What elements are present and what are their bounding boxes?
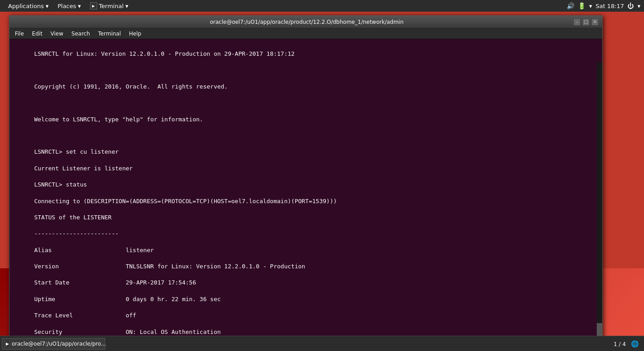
edit-menu[interactable]: Edit	[28, 30, 46, 38]
applications-menu[interactable]: Applications ▾	[4, 0, 53, 12]
terminal-label: Terminal	[99, 3, 124, 9]
terminal-menu-item[interactable]: Terminal	[94, 30, 125, 38]
output-line-10: Connecting to (DESCRIPTION=(ADDRESS=(PRO…	[34, 198, 337, 204]
menu-bar: File Edit View Search Terminal Help	[9, 28, 602, 39]
speaker-icon: 🔊	[567, 2, 574, 9]
network-icon: 🌐	[631, 340, 639, 347]
taskbar: ▶ oracle@oel7:/uO1/app/oracle/pro... 1 /…	[0, 336, 644, 351]
terminal-small-icon: ▶	[6, 342, 9, 346]
output-line-3: Copyright (c) 1991, 2016, Oracle. All ri…	[34, 83, 228, 90]
output-line-11: STATUS of the LISTENER	[34, 214, 112, 221]
close-button[interactable]: ✕	[591, 18, 599, 26]
taskbar-item-label: oracle@oel7:/uO1/app/oracle/pro...	[12, 341, 106, 347]
output-line-8: Current Listener is listener	[34, 165, 133, 172]
output-line-13: Alias listener	[34, 247, 154, 253]
output-line-12: ------------------------	[34, 230, 119, 237]
output-line-14: Version TNLSLSNR for Linux: Version 12.2…	[34, 263, 305, 270]
terminal-output[interactable]: LSNRCTL for Linux: Version 12.2.0.1.0 - …	[9, 39, 597, 351]
terminal-arrow: ▾	[125, 3, 129, 9]
output-line-16: Uptime 0 days 0 hr. 22 min. 36 sec	[34, 296, 221, 302]
places-label: Places	[58, 3, 76, 9]
system-bar: Applications ▾ Places ▾ ▶ Terminal ▾ 🔊 🔋…	[0, 0, 644, 12]
taskbar-page-indicator: 1 / 4 🌐	[610, 339, 642, 348]
applications-label: Applications	[8, 3, 44, 9]
battery-icon: 🔋	[578, 2, 586, 9]
help-menu[interactable]: Help	[125, 30, 145, 38]
datetime-display: Sat 18:17	[596, 3, 624, 9]
file-menu[interactable]: File	[11, 30, 27, 38]
system-bar-right: 🔊 🔋 ▾ Sat 18:17 ⏻ ▾	[567, 2, 640, 9]
terminal-icon: ▶	[90, 2, 97, 9]
applications-arrow: ▾	[45, 3, 49, 9]
title-bar: oracle@oel7:/uO1/app/oracle/product/12.2…	[9, 16, 602, 28]
chevron-down-icon: ▾	[589, 3, 592, 9]
terminal-window: oracle@oel7:/uO1/app/oracle/product/12.2…	[9, 15, 603, 351]
system-bar-left: Applications ▾ Places ▾ ▶ Terminal ▾	[4, 0, 133, 12]
view-menu[interactable]: View	[47, 30, 67, 38]
output-line-1: LSNRCTL for Linux: Version 12.2.0.1.0 - …	[34, 50, 295, 57]
power-arrow: ▾	[637, 3, 640, 9]
minimize-button[interactable]: –	[573, 18, 581, 26]
output-line-5: Welcome to LSNRCTL, type "help" for info…	[34, 116, 203, 123]
window-controls: – □ ✕	[573, 18, 599, 26]
places-arrow: ▾	[78, 3, 81, 9]
search-menu[interactable]: Search	[68, 30, 94, 38]
page-indicator-text: 1 / 4	[614, 341, 626, 347]
output-line-7: LSNRCTL> set cu listener	[34, 148, 119, 155]
maximize-button[interactable]: □	[582, 18, 590, 26]
output-line-9: LSNRCTL> status	[34, 181, 87, 188]
output-line-15: Start Date 29-APR-2017 17:54:56	[34, 279, 196, 286]
scrollbar-track[interactable]	[597, 62, 602, 350]
taskbar-terminal-item[interactable]: ▶ oracle@oel7:/uO1/app/oracle/pro...	[2, 338, 105, 350]
window-title: oracle@oel7:/uO1/app/oracle/product/12.2…	[40, 19, 573, 25]
terminal-menu[interactable]: ▶ Terminal ▾	[85, 0, 133, 12]
power-icon: ⏻	[627, 2, 634, 9]
output-line-17: Trace Level off	[34, 312, 136, 319]
taskbar-terminal-icon: ▶	[6, 340, 9, 347]
output-line-18: Security ON: Local OS Authentication	[34, 329, 221, 335]
places-menu[interactable]: Places ▾	[53, 0, 85, 12]
